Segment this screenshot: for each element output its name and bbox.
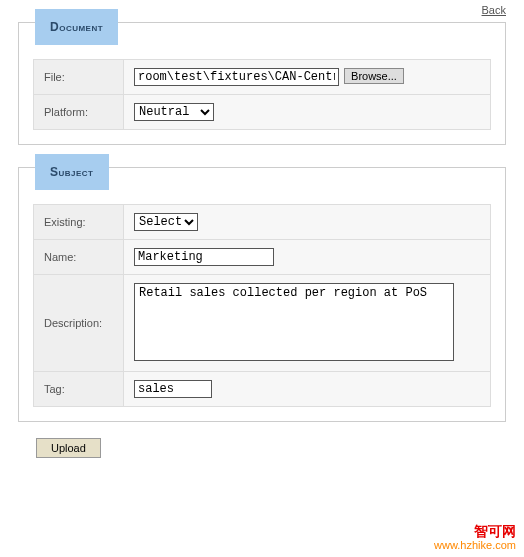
subject-legend: Subject <box>35 154 109 190</box>
watermark: 智可网 www.hzhike.com <box>434 524 516 551</box>
back-link[interactable]: Back <box>482 4 506 16</box>
subject-fieldset: Subject Existing: Select Name: Descripti… <box>18 167 506 422</box>
existing-select[interactable]: Select <box>134 213 198 231</box>
name-input[interactable] <box>134 248 274 266</box>
subject-table: Existing: Select Name: Description: Reta… <box>33 204 491 407</box>
tag-input[interactable] <box>134 380 212 398</box>
description-label: Description: <box>34 275 124 372</box>
document-fieldset: Document File: Browse... Platform: Neutr… <box>18 22 506 145</box>
watermark-line2: www.hzhike.com <box>434 539 516 551</box>
watermark-line1: 智可网 <box>434 524 516 539</box>
tag-label: Tag: <box>34 372 124 407</box>
document-table: File: Browse... Platform: Neutral <box>33 59 491 130</box>
upload-button[interactable]: Upload <box>36 438 101 458</box>
document-legend: Document <box>35 9 118 45</box>
file-label: File: <box>34 60 124 95</box>
browse-button[interactable]: Browse... <box>344 68 404 84</box>
platform-select[interactable]: Neutral <box>134 103 214 121</box>
platform-label: Platform: <box>34 95 124 130</box>
description-textarea[interactable]: Retail sales collected per region at PoS <box>134 283 454 361</box>
existing-label: Existing: <box>34 205 124 240</box>
name-label: Name: <box>34 240 124 275</box>
file-input[interactable] <box>134 68 339 86</box>
